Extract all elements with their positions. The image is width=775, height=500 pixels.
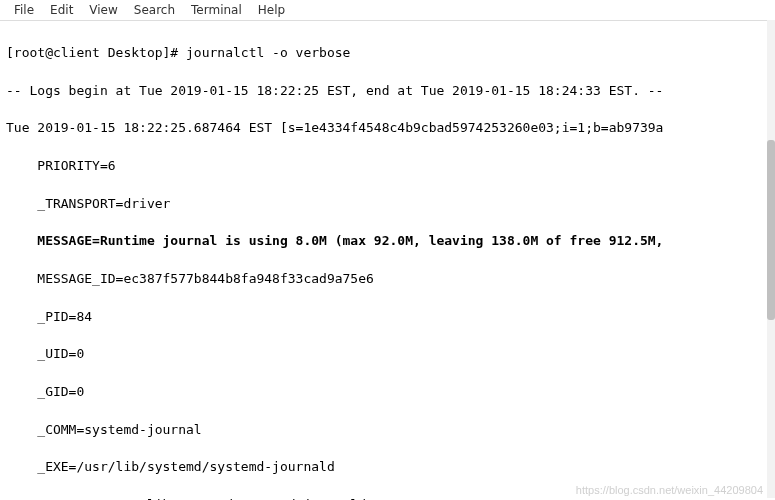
entry1-uid: _UID=0	[6, 345, 769, 364]
entry1-gid: _GID=0	[6, 383, 769, 402]
menu-search[interactable]: Search	[126, 2, 183, 18]
menu-file[interactable]: File	[6, 2, 42, 18]
menubar: File Edit View Search Terminal Help	[0, 0, 775, 21]
logs-header: -- Logs begin at Tue 2019-01-15 18:22:25…	[6, 82, 769, 101]
scrollbar-track[interactable]	[767, 20, 775, 498]
entry1-message-id: MESSAGE_ID=ec387f577b844b8fa948f33cad9a7…	[6, 270, 769, 289]
menu-edit[interactable]: Edit	[42, 2, 81, 18]
entry1-comm: _COMM=systemd-journal	[6, 421, 769, 440]
menu-view[interactable]: View	[81, 2, 125, 18]
entry1-cmdline: _CMDLINE=/usr/lib/systemd/systemd-journa…	[6, 496, 769, 500]
scrollbar-thumb[interactable]	[767, 140, 775, 320]
terminal-output[interactable]: [root@client Desktop]# journalctl -o ver…	[0, 21, 775, 500]
entry1-transport: _TRANSPORT=driver	[6, 195, 769, 214]
watermark-text: https://blog.csdn.net/weixin_44209804	[576, 484, 763, 496]
entry1-message: MESSAGE=Runtime journal is using 8.0M (m…	[6, 232, 769, 251]
entry1-pid: _PID=84	[6, 308, 769, 327]
prompt-line: [root@client Desktop]# journalctl -o ver…	[6, 44, 769, 63]
menu-help[interactable]: Help	[250, 2, 293, 18]
entry1-priority: PRIORITY=6	[6, 157, 769, 176]
entry1-head: Tue 2019-01-15 18:22:25.687464 EST [s=1e…	[6, 119, 769, 138]
menu-terminal[interactable]: Terminal	[183, 2, 250, 18]
entry1-exe: _EXE=/usr/lib/systemd/systemd-journald	[6, 458, 769, 477]
